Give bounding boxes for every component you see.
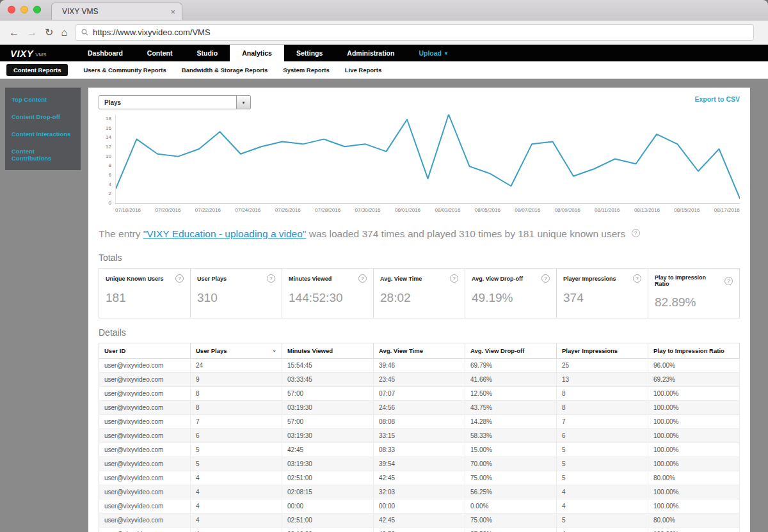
y-tick-label: 18 (99, 116, 111, 121)
help-icon[interactable]: ? (632, 229, 640, 237)
help-icon[interactable]: ? (541, 274, 550, 283)
cell-minutes-viewed: 03:19:30 (282, 457, 374, 471)
total-card-play-to-impression-ratio: Play to Impression Ratio?82.89% (648, 269, 739, 318)
subnav-item-bandwidth-storage-reports[interactable]: Bandwidth & Storage Reports (182, 66, 268, 74)
logo-suffix: VMS (35, 52, 46, 58)
total-card-value: 181 (106, 291, 184, 305)
minimize-window-button[interactable] (20, 6, 28, 13)
search-icon (81, 29, 88, 36)
sort-chevron-icon[interactable]: ⌄ (272, 347, 276, 353)
entry-link[interactable]: "VIXY Education - uploading a video" (143, 228, 307, 239)
cell-user-id: user@vixyvideo.com (99, 513, 191, 528)
cell-player-impressions: 5 (557, 457, 648, 471)
home-icon[interactable]: ⌂ (61, 27, 67, 38)
back-icon[interactable]: ← (9, 27, 19, 38)
subnav-item-content-reports[interactable]: Content Reports (6, 64, 68, 76)
table-row: user@vixyvideo.com403:19:3049:5287.50%41… (99, 528, 740, 532)
column-header-user-id[interactable]: User ID (99, 343, 191, 359)
total-card-header: Avg. View Drop-off? (472, 274, 550, 283)
zoom-window-button[interactable] (33, 6, 41, 13)
column-header-avg-view-drop-off[interactable]: Avg. View Drop-off (465, 343, 557, 359)
column-header-user-plays[interactable]: User Plays⌄ (191, 343, 282, 359)
cell-avg-view-time: 07:07 (374, 387, 465, 401)
column-header-player-impressions[interactable]: Player Impressions (557, 343, 648, 359)
report-panel: Plays ▼ Export to CSV 181614121086420 07… (88, 88, 750, 532)
x-tick-label: 08/05/2016 (475, 207, 500, 213)
browser-tab[interactable]: VIXY VMS × (51, 3, 182, 20)
sidebar-item-content-drop-off[interactable]: Content Drop-off (5, 108, 81, 125)
cell-user-plays: 4 (191, 471, 282, 485)
details-header-row: User IDUser Plays⌄Minutes ViewedAvg. Vie… (99, 343, 740, 359)
cell-user-id: user@vixyvideo.com (99, 471, 191, 485)
window-controls (8, 0, 41, 20)
help-icon[interactable]: ? (267, 274, 275, 283)
subnav-item-users-community-reports[interactable]: Users & Community Reports (83, 66, 166, 74)
close-window-button[interactable] (8, 6, 15, 13)
cell-minutes-viewed: 57:00 (282, 387, 374, 401)
nav-item-analytics[interactable]: Analytics (230, 45, 284, 61)
nav-item-upload[interactable]: Upload▾ (406, 45, 460, 61)
total-card-label: Play to Impression Ratio (655, 274, 722, 287)
cell-play-to-impression-ratio: 80.00% (648, 471, 740, 485)
cell-play-to-impression-ratio: 69.23% (648, 373, 740, 387)
cell-avg-view-time: 24:56 (374, 401, 465, 415)
cell-user-plays: 9 (191, 373, 282, 387)
y-tick-label: 4 (99, 182, 111, 187)
x-tick-label: 08/17/2016 (714, 207, 740, 213)
subnav-item-live-reports[interactable]: Live Reports (345, 66, 382, 74)
summary-prefix: The entry (99, 228, 143, 239)
cell-user-plays: 4 (191, 485, 282, 499)
cell-minutes-viewed: 03:19:30 (282, 401, 374, 415)
x-tick-label: 07/22/2016 (195, 207, 221, 213)
export-csv-link[interactable]: Export to CSV (694, 95, 740, 103)
nav-item-settings[interactable]: Settings (284, 45, 335, 61)
vixy-logo[interactable]: VIXY VMS (0, 45, 76, 61)
metric-select-value: Plays (99, 96, 236, 109)
cell-player-impressions: 25 (557, 359, 648, 373)
cell-user-plays: 5 (191, 457, 282, 471)
sidebar-item-content-contributions[interactable]: Content Contributions (5, 143, 81, 167)
help-icon[interactable]: ? (450, 274, 458, 283)
sidebar-item-top-content[interactable]: Top Content (5, 91, 81, 108)
total-card-label: Player Impressions (563, 276, 616, 282)
help-icon[interactable]: ? (724, 277, 733, 285)
nav-item-dashboard[interactable]: Dashboard (76, 45, 135, 61)
x-tick-label: 07/20/2016 (155, 207, 180, 213)
plays-chart: 181614121086420 (99, 114, 740, 204)
metric-select[interactable]: Plays ▼ (99, 95, 251, 109)
cell-minutes-viewed: 02:08:15 (282, 485, 374, 499)
cell-avg-view-drop-off: 43.75% (465, 401, 557, 415)
y-tick-label: 12 (99, 145, 111, 150)
cell-minutes-viewed: 02:51:00 (282, 513, 374, 528)
cell-player-impressions: 4 (557, 485, 648, 499)
column-header-minutes-viewed[interactable]: Minutes Viewed (282, 343, 374, 359)
tab-close-icon[interactable]: × (170, 8, 175, 16)
address-bar[interactable]: https://www.vixyvideo.com/VMS (75, 24, 754, 41)
cell-user-id: user@vixyvideo.com (99, 359, 191, 373)
chart-plot-area (115, 114, 740, 204)
subnav-item-system-reports[interactable]: System Reports (283, 66, 329, 74)
cell-minutes-viewed: 15:54:45 (282, 359, 374, 373)
total-card-header: Play to Impression Ratio? (655, 274, 733, 287)
chevron-down-icon[interactable]: ▼ (236, 96, 250, 109)
nav-item-content[interactable]: Content (135, 45, 185, 61)
site-main-nav: VIXY VMS DashboardContentStudioAnalytics… (0, 45, 768, 61)
refresh-icon[interactable]: ↻ (45, 27, 53, 38)
cell-avg-view-drop-off: 15.00% (465, 443, 557, 457)
column-header-play-to-impression-ratio[interactable]: Play to Impression Ratio (648, 343, 740, 359)
column-header-avg-view-time[interactable]: Avg. View Time (374, 343, 465, 359)
total-card-label: User Plays (197, 276, 227, 282)
table-row: user@vixyvideo.com603:19:3033:1558.33%61… (99, 429, 740, 443)
help-icon[interactable]: ? (633, 274, 641, 283)
nav-item-studio[interactable]: Studio (185, 45, 230, 61)
table-row: user@vixyvideo.com402:51:0042:4575.00%58… (99, 513, 740, 528)
total-card-value: 374 (563, 291, 641, 305)
x-tick-label: 08/15/2016 (674, 207, 700, 213)
table-row: user@vixyvideo.com903:33:4523:4541.66%13… (99, 373, 740, 387)
help-icon[interactable]: ? (358, 274, 367, 283)
help-icon[interactable]: ? (175, 274, 184, 283)
nav-item-administration[interactable]: Administration (335, 45, 406, 61)
forward-icon[interactable]: → (27, 27, 37, 38)
total-card-unique-known-users: Unique Known Users?181 (99, 269, 191, 318)
sidebar-item-content-interactions[interactable]: Content Interactions (5, 125, 81, 143)
